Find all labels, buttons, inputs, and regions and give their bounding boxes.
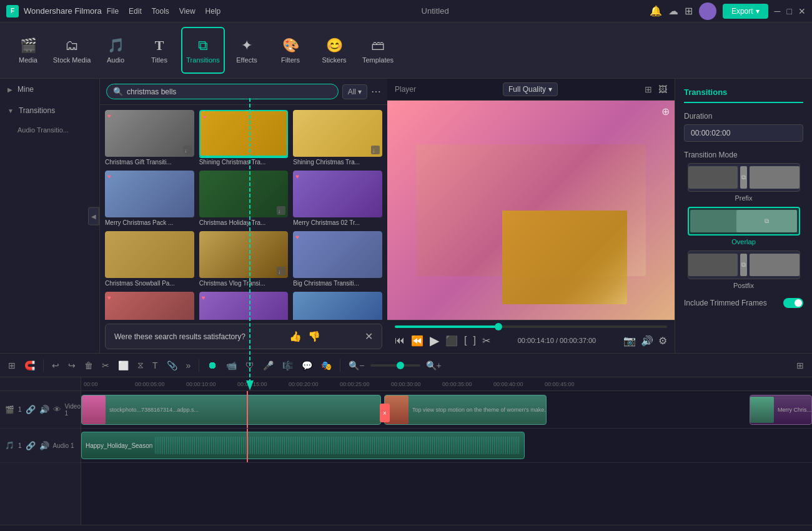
satisfaction-close-button[interactable]: ✕	[365, 330, 373, 342]
clip-button[interactable]: 📎	[164, 359, 181, 372]
menu-file[interactable]: File	[107, 7, 119, 16]
subtitle-button[interactable]: 💬	[299, 359, 315, 372]
minimize-button[interactable]: ─	[775, 6, 781, 16]
photo-icon[interactable]: 🖼	[658, 84, 667, 94]
mode-postfix[interactable]: ⧉ Postfix	[684, 251, 803, 289]
settings-button[interactable]: ⚙	[658, 335, 667, 347]
camera-button[interactable]: 📹	[223, 359, 240, 372]
delete-button[interactable]: 🗑	[81, 359, 96, 372]
grid-item-12[interactable]	[293, 292, 382, 320]
search-input-wrap[interactable]: 🔍	[106, 84, 339, 99]
add-track-button[interactable]: ⊞	[5, 359, 19, 372]
grid-item-6[interactable]: ♥ Merry Christmas 02 Tr...	[293, 171, 382, 226]
track-link-icon[interactable]: 🔗	[26, 405, 36, 414]
grid-item-8[interactable]: ↓ Christmas Vlog Transi...	[199, 231, 289, 287]
cut-button[interactable]: ✂	[99, 359, 112, 372]
avatar[interactable]	[699, 2, 716, 20]
track-eye-icon[interactable]: 👁	[53, 405, 61, 414]
menu-tools[interactable]: Tools	[152, 7, 169, 16]
video-clip-2[interactable]: Top view stop motion on the theme of wom…	[384, 395, 547, 425]
thumbs-up-icon[interactable]: 👍	[289, 330, 302, 342]
volume-button[interactable]: 🔊	[641, 335, 653, 347]
music-button[interactable]: 🎼	[279, 359, 296, 372]
redo-button[interactable]: ↪	[65, 359, 79, 372]
notifications-icon[interactable]: 🔔	[650, 5, 662, 17]
step-back-button[interactable]: ⏪	[411, 335, 423, 347]
thumbs-down-icon[interactable]: 👎	[308, 330, 320, 342]
grid-item-5[interactable]: ↓ Christmas Holiday Tra...	[199, 171, 289, 226]
audio-link-icon[interactable]: 🔗	[26, 441, 36, 450]
apps-icon[interactable]: ⊞	[685, 5, 693, 17]
toolbar-media[interactable]: 🎬 Media	[6, 27, 50, 74]
menu-edit[interactable]: Edit	[129, 7, 142, 16]
grid-item-3[interactable]: ↓ Shining Christmas Tra...	[293, 110, 382, 166]
grid-item-4[interactable]: ♥ Merry Christmas Pack ...	[105, 171, 194, 226]
menu-help[interactable]: Help	[205, 7, 221, 16]
zoom-out-button[interactable]: 🔍−	[345, 359, 367, 372]
more-options-icon[interactable]: ⋯	[371, 86, 381, 97]
more-tl-button[interactable]: »	[183, 359, 194, 372]
titlebar-right: 🔔 ☁ ⊞ Export ▾ ─ □ ✕	[650, 2, 806, 20]
close-button[interactable]: ✕	[798, 6, 806, 16]
toolbar-effects[interactable]: ✦ Effects	[225, 27, 269, 74]
timeline-scroll[interactable]	[0, 525, 812, 531]
play-button[interactable]: ▶	[430, 333, 439, 348]
zoom-slider[interactable]	[370, 364, 420, 367]
screenshot-button[interactable]: 📷	[623, 335, 636, 347]
duration-input[interactable]	[684, 124, 803, 142]
transition-marker[interactable]: ×	[380, 404, 390, 422]
search-filter-dropdown[interactable]: All ▾	[342, 84, 367, 99]
toolbar-templates[interactable]: 🗃 Templates	[356, 27, 400, 74]
toolbar-stickers[interactable]: 😊 Stickers	[312, 27, 356, 74]
mic-button[interactable]: 🎤	[260, 359, 277, 372]
grid-tl-button[interactable]: ⊞	[793, 359, 807, 372]
include-trimmed-toggle[interactable]	[783, 298, 803, 308]
record-button[interactable]: ⏺	[204, 358, 220, 373]
toolbar-titles[interactable]: T Titles	[137, 27, 181, 74]
toolbar-audio[interactable]: 🎵 Audio	[94, 27, 137, 74]
stop-button[interactable]: ⬛	[445, 335, 458, 347]
sidebar-item-audio-transition[interactable]: Audio Transitio...	[0, 121, 99, 139]
effect-tl-button[interactable]: 🎭	[318, 359, 335, 372]
video-clip-3[interactable]: Merry Chris...	[750, 395, 812, 425]
trim-button[interactable]: ✂	[482, 335, 490, 347]
grid-item-1[interactable]: ♥ ↓ Christmas Gift Transiti...	[105, 110, 194, 166]
quality-dropdown[interactable]: Full Quality ▾	[503, 82, 558, 96]
mark-in-button[interactable]: [	[464, 335, 467, 346]
undo-button[interactable]: ↩	[49, 359, 62, 372]
magnet-button[interactable]: 🧲	[21, 359, 38, 372]
audio-clip[interactable]: Happy_Holiday_Season	[81, 432, 525, 459]
grid-view-icon[interactable]: ⊞	[645, 84, 652, 94]
mark-out-button[interactable]: ]	[473, 335, 475, 346]
skip-icon[interactable]: ⊕	[661, 106, 670, 117]
crop-button[interactable]: ⬜	[115, 359, 132, 372]
grid-item-9[interactable]: ♥ Big Christmas Transiti...	[293, 231, 382, 287]
zoom-in-button[interactable]: 🔍+	[423, 359, 445, 372]
video-clip-1[interactable]: stockphoto...7388167314...adpp.s...	[81, 395, 381, 425]
track-volume-icon[interactable]: 🔊	[39, 405, 49, 414]
grid-item-11[interactable]: ♥	[199, 292, 289, 320]
grid-item-2[interactable]: ♥ Shining Christmas Tra...	[199, 110, 289, 166]
toolbar-stock-media[interactable]: 🗂 Stock Media	[50, 27, 94, 74]
progress-bar[interactable]	[395, 325, 667, 328]
split-button[interactable]: ⧖	[134, 358, 147, 372]
menu-view[interactable]: View	[179, 7, 196, 16]
menu-bar[interactable]: File Edit Tools View Help	[107, 7, 221, 16]
audio-volume-icon[interactable]: 🔊	[39, 441, 49, 450]
grid-item-10[interactable]: ♥	[105, 292, 194, 320]
toolbar-filters[interactable]: 🎨 Filters	[269, 27, 312, 74]
toolbar-transitions[interactable]: ⧉ Transitions	[181, 27, 225, 74]
sidebar-item-mine[interactable]: ▶ Mine	[0, 79, 99, 100]
go-start-button[interactable]: ⏮	[395, 335, 405, 346]
sidebar-item-transitions[interactable]: ▼ Transitions	[0, 100, 99, 121]
search-input[interactable]	[127, 87, 332, 96]
text-button[interactable]: T	[149, 359, 161, 372]
collapse-panel-button[interactable]: ◀	[88, 207, 99, 225]
grid-item-7[interactable]: Christmas Snowball Pa...	[105, 231, 194, 287]
mode-overlap[interactable]: ⧉ Overlap	[684, 207, 803, 246]
shield-button[interactable]: 🛡	[242, 359, 257, 372]
mode-prefix[interactable]: ⧉ Prefix	[684, 163, 803, 202]
maximize-button[interactable]: □	[787, 6, 792, 16]
cloud-icon[interactable]: ☁	[668, 5, 678, 17]
export-button[interactable]: Export ▾	[723, 4, 768, 19]
